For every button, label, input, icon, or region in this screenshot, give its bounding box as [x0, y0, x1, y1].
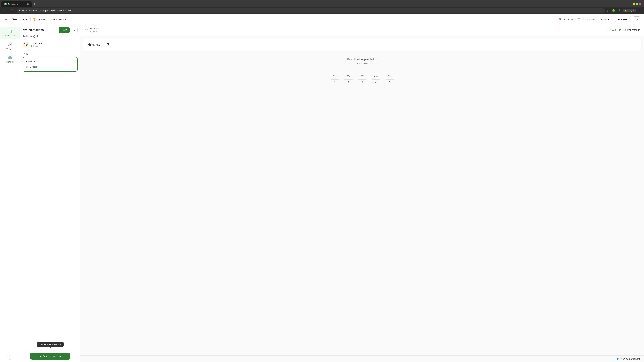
rating-pct: 0%	[374, 75, 378, 78]
sidebar-item-analytics[interactable]: 📈 Analytics	[0, 40, 20, 52]
start-icon: ▶	[40, 355, 42, 358]
poll-question-area: How was it?	[83, 38, 641, 51]
collapse-button[interactable]: «	[72, 27, 78, 33]
incognito-badge: 🕵 Incognito	[623, 9, 636, 12]
more-options-button[interactable]: ⋯	[634, 16, 640, 22]
sidebar-item-interactions[interactable]: 📊 Interactions	[0, 27, 20, 39]
forward-nav-button[interactable]: ›	[6, 8, 10, 13]
poll-header-right: ✓ Saved 🗑 ⚙ Poll settings	[606, 28, 640, 32]
share-button[interactable]: ↗ Share	[598, 17, 612, 22]
poll-star-icon: ☆	[26, 65, 28, 68]
rating-bar-group: 0% 2	[344, 75, 353, 84]
rating-num: 1	[334, 81, 336, 84]
rating-pct: 0%	[360, 75, 364, 78]
status-dot	[31, 45, 32, 47]
rating-pct: 0%	[388, 75, 392, 78]
back-button[interactable]: ←	[4, 17, 9, 22]
view-participant-icon: 👤	[616, 358, 619, 360]
star-icon-large: ☆	[84, 28, 88, 32]
back-nav-button[interactable]: ‹	[2, 8, 5, 13]
shield-icon: 🛡	[578, 18, 580, 21]
start-interaction-area: Start selected interaction ▶ Start inter…	[20, 350, 80, 362]
interactions-icon: 📊	[8, 29, 12, 33]
header-date: 📅 Oct 11, 2024	[559, 18, 575, 21]
app-header: ← Designers 🏆 Upgrade New interface 📅 Oc…	[0, 14, 644, 24]
qa-more-button[interactable]: ⋯	[73, 42, 78, 47]
help-button[interactable]: ?	[7, 354, 13, 360]
poll-votes-label: 0 votes	[30, 65, 70, 68]
tab-favicon: S	[4, 3, 7, 5]
app-title: Designers	[12, 17, 28, 21]
polls-section: Polls How was it? ☆ 0 votes ⋯	[23, 52, 78, 71]
app-body: 📊 Interactions 📈 Analytics ⚙️ Settings ?…	[0, 24, 644, 362]
calendar-icon: 📅	[559, 18, 562, 21]
minimize-button[interactable]	[633, 3, 635, 5]
sidebar: 📊 Interactions 📈 Analytics ⚙️ Settings ?	[0, 24, 20, 362]
panel-header: My interactions + Add «	[20, 24, 80, 35]
qa-status: Open	[31, 45, 71, 47]
poll-results-area: Results will appear below Score: 0.0 0% …	[80, 54, 644, 356]
poll-type-selector[interactable]: Rating ▾	[90, 27, 100, 30]
rating-bar	[358, 79, 366, 80]
sidebar-item-settings[interactable]: ⚙️ Settings	[0, 53, 20, 65]
new-interface-button[interactable]: New interface	[50, 17, 68, 22]
extensions-icon[interactable]: 🧩	[612, 8, 616, 13]
rating-pct: 0%	[347, 75, 350, 78]
main-content: ☆ Rating ▾ 0 votes ✓ Saved 🗑	[80, 24, 644, 362]
new-tab-button[interactable]: +	[32, 1, 37, 7]
rating-bar-group: 0% 3	[358, 75, 366, 84]
header-id: # # 8664816	[583, 18, 595, 21]
qa-info: 0 questions Open	[31, 42, 71, 47]
header-right: 📅 Oct 11, 2024 🛡 # # 8664816 ↗ Share ▶ P…	[559, 16, 640, 22]
share-icon: ↗	[601, 18, 602, 21]
close-button[interactable]	[639, 3, 641, 5]
rating-bar	[386, 79, 394, 80]
sidebar-label-analytics: Analytics	[6, 48, 14, 50]
rating-chart: 0% 1 0% 2 0% 3 0% 4 0% 5	[330, 75, 394, 84]
poll-header-left: ☆ Rating ▾ 0 votes	[84, 27, 100, 33]
hash-icon: #	[583, 18, 584, 21]
bookmark-icon[interactable]: ☆	[606, 8, 610, 13]
poll-more-button[interactable]: ⋯	[72, 65, 75, 68]
add-button[interactable]: + Add	[58, 27, 70, 33]
poll-vote-count: 0 votes	[90, 30, 100, 33]
rating-bar-group: 0% 1	[330, 75, 339, 84]
rating-bar-group: 0% 5	[386, 75, 394, 84]
menu-icon[interactable]: ⋮	[638, 8, 642, 13]
view-participant-button[interactable]: 👤 View as participant	[616, 358, 640, 360]
interactions-panel: My interactions + Add « Audience Q&A 💬 0…	[20, 24, 80, 362]
saved-badge: ✓ Saved	[606, 28, 616, 32]
rating-bar	[330, 79, 339, 80]
rating-num: 4	[375, 81, 377, 84]
sidebar-bottom: ?	[7, 354, 13, 360]
rating-num: 5	[389, 81, 390, 84]
qa-item[interactable]: 💬 0 questions Open ⋯	[23, 39, 78, 50]
poll-settings-button[interactable]: ⚙ Poll settings	[624, 29, 640, 31]
tooltip-bubble: Start selected interaction	[37, 342, 64, 347]
active-tab[interactable]: S Designers ✕	[1, 1, 32, 7]
poll-question-text: How was it?	[87, 42, 637, 47]
sidebar-label-settings: Settings	[6, 61, 14, 63]
download-icon[interactable]: ⬇	[618, 8, 622, 13]
results-label: Results will appear below	[347, 58, 378, 61]
poll-card[interactable]: How was it? ☆ 0 votes ⋯	[23, 57, 78, 71]
reload-button[interactable]: ↻	[11, 8, 15, 13]
start-interaction-button[interactable]: ▶ Start interaction	[30, 353, 70, 360]
tab-close-icon[interactable]: ✕	[27, 3, 29, 5]
upgrade-button[interactable]: 🏆 Upgrade	[30, 17, 48, 22]
delete-button[interactable]: 🗑	[618, 28, 622, 32]
maximize-button[interactable]	[636, 3, 638, 5]
settings-icon: ⚙️	[8, 55, 12, 60]
poll-type-container: Rating ▾ 0 votes	[90, 27, 100, 33]
score-label: Score: 0.0	[357, 62, 368, 65]
poll-type-arrow: ▾	[98, 27, 100, 30]
address-bar[interactable]	[16, 8, 605, 13]
saved-check-icon: ✓	[606, 28, 608, 32]
audience-qa-section-title: Audience Q&A	[23, 35, 78, 37]
qa-icon: 💬	[23, 41, 29, 48]
sidebar-label-interactions: Interactions	[5, 34, 15, 37]
settings-gear-icon: ⚙	[624, 29, 626, 31]
panel-content: Audience Q&A 💬 0 questions Open ⋯ Polls	[20, 35, 80, 350]
present-button[interactable]: ▶ Present	[615, 17, 631, 22]
rating-num: 2	[348, 81, 349, 84]
